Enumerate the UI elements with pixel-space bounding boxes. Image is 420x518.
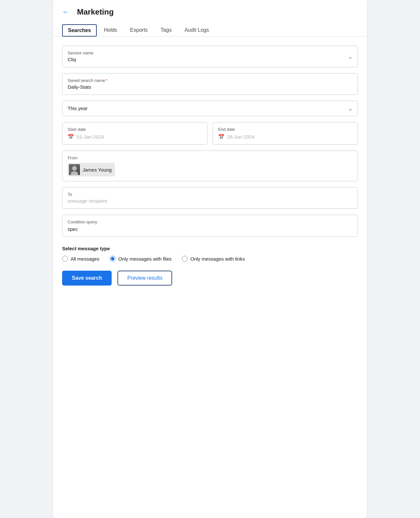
avatar: [69, 164, 80, 175]
condition-query-label: Condition query: [68, 220, 352, 224]
message-type-section: Select message type All messages Only me…: [53, 246, 367, 262]
back-button[interactable]: ←: [62, 6, 72, 17]
end-date-field[interactable]: End date 📅 26-Jun-2024: [213, 122, 358, 145]
saved-search-name-value: Daily-Stats: [68, 84, 91, 90]
saved-search-name-label: Saved search name*: [68, 78, 352, 83]
message-type-radio-group: All messages Only messages with files On…: [62, 256, 358, 262]
end-date-value: 26-Jun-2024: [227, 134, 254, 140]
start-date-field[interactable]: Start date 📅 01-Jan-2024: [62, 122, 207, 145]
message-type-title: Select message type: [62, 246, 358, 251]
start-date-value: 01-Jan-2024: [77, 134, 104, 140]
required-indicator: *: [106, 78, 107, 83]
service-name-label: Service name: [68, 51, 352, 55]
tab-tags[interactable]: Tags: [155, 24, 177, 36]
tab-audit-logs[interactable]: Audit Logs: [179, 24, 215, 36]
service-name-field[interactable]: Service name Cliq ⌄: [62, 46, 358, 67]
user-chip[interactable]: James Young: [68, 163, 115, 176]
to-field[interactable]: To message recipient: [62, 187, 358, 209]
form-area: Service name Cliq ⌄ Saved search name* D…: [53, 37, 367, 246]
radio-files-messages-input[interactable]: [110, 256, 116, 262]
tab-exports[interactable]: Exports: [124, 24, 153, 36]
date-row: Start date 📅 01-Jan-2024 End date 📅 26-J…: [62, 122, 358, 145]
start-date-calendar-icon: 📅: [68, 134, 74, 140]
radio-all-messages-label: All messages: [71, 256, 99, 262]
back-icon: ←: [62, 8, 69, 16]
radio-files-messages[interactable]: Only messages with files: [110, 256, 171, 262]
service-name-value: Cliq: [68, 57, 76, 62]
preview-results-button[interactable]: Preview results: [117, 271, 172, 286]
radio-files-messages-label: Only messages with files: [118, 256, 171, 262]
radio-links-messages-label: Only messages with links: [190, 256, 245, 262]
start-date-label: Start date: [68, 127, 202, 132]
from-label: From: [68, 155, 352, 160]
tab-searches[interactable]: Searches: [62, 24, 97, 37]
radio-links-messages-input[interactable]: [182, 256, 188, 262]
to-placeholder: message recipient: [68, 198, 107, 204]
end-date-calendar-icon: 📅: [218, 134, 225, 140]
radio-all-messages-input[interactable]: [62, 256, 68, 262]
date-range-dropdown-icon: ⌄: [348, 106, 352, 112]
radio-links-messages[interactable]: Only messages with links: [182, 256, 245, 262]
condition-query-value: spec: [68, 226, 352, 232]
saved-search-name-field[interactable]: Saved search name* Daily-Stats: [62, 73, 358, 95]
save-search-button[interactable]: Save search: [62, 271, 112, 286]
action-buttons: Save search Preview results: [53, 262, 367, 297]
tab-holds[interactable]: Holds: [98, 24, 123, 36]
to-label: To: [68, 192, 352, 197]
condition-query-field[interactable]: Condition query spec: [62, 215, 358, 237]
dropdown-arrow-icon: ⌄: [348, 53, 352, 60]
date-range-value: This year: [68, 106, 88, 111]
tabs-bar: Searches Holds Exports Tags Audit Logs: [53, 19, 367, 37]
end-date-label: End date: [218, 127, 352, 132]
date-range-field[interactable]: This year ⌄: [62, 101, 358, 116]
radio-all-messages[interactable]: All messages: [62, 256, 99, 262]
from-field[interactable]: From James Young: [62, 151, 358, 181]
page-title: Marketing: [77, 7, 114, 17]
from-user-name: James Young: [83, 167, 112, 173]
